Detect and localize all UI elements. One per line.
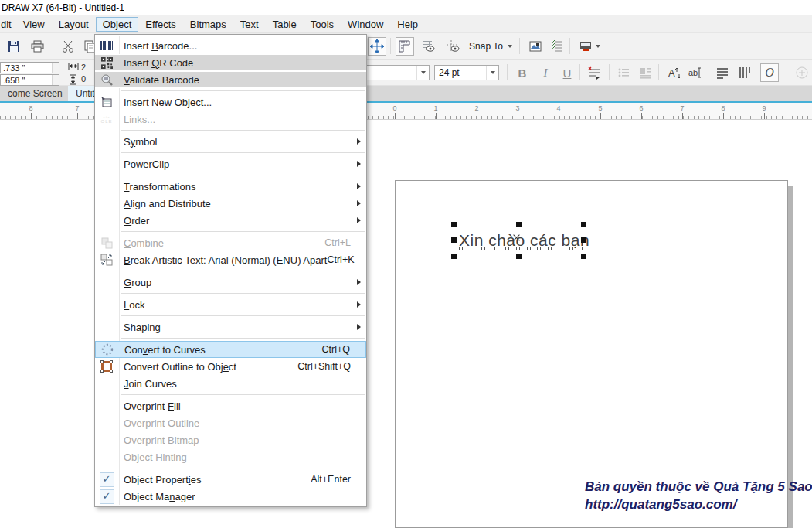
character-node[interactable]: [569, 247, 573, 250]
cut-button[interactable]: [59, 37, 77, 56]
horizontal-text-button[interactable]: [713, 63, 732, 82]
menu-separator: [121, 293, 365, 294]
application-launcher-button[interactable]: [576, 37, 595, 56]
font-size-combo[interactable]: 24 pt: [434, 65, 499, 80]
selection-handle[interactable]: [451, 254, 457, 259]
submenu-arrow-icon: [357, 161, 361, 167]
italic-button[interactable]: I: [536, 63, 555, 82]
guidelines-toggle-button[interactable]: [443, 37, 462, 56]
menu-item-transformations[interactable]: Transformations: [95, 178, 366, 195]
application-launcher-arrow[interactable]: [593, 37, 603, 56]
menu-item-symbol[interactable]: Symbol: [95, 133, 366, 150]
menubar-item-window[interactable]: Window: [341, 17, 390, 32]
selection-center-marker[interactable]: [513, 234, 520, 241]
tab-label: come Screen: [8, 88, 63, 99]
opentype-button[interactable]: O: [760, 63, 779, 82]
ruler-label: 8: [721, 104, 725, 112]
selection-handle[interactable]: [581, 222, 586, 227]
menubar-item-text[interactable]: Text: [233, 17, 266, 32]
spinner[interactable]: [52, 75, 59, 85]
menu-item-insert-barcode[interactable]: Insert Barcode...: [95, 37, 366, 54]
submenu-arrow-icon: [357, 183, 361, 189]
menubar-item-object[interactable]: Object: [96, 17, 139, 32]
spinner[interactable]: [52, 63, 59, 73]
selection-handle[interactable]: [516, 222, 522, 227]
tab-welcome-screen[interactable]: come Screen: [0, 86, 70, 101]
character-node[interactable]: [579, 247, 583, 250]
menu-item-overprint-bitmap: Overprint Bitmap: [95, 431, 366, 448]
selection-handle[interactable]: [451, 237, 457, 243]
character-node[interactable]: [471, 247, 474, 250]
menubar-item-view[interactable]: View: [16, 17, 52, 32]
ruler-label: 9: [762, 104, 766, 112]
text-alignment-dropdown[interactable]: [585, 63, 603, 82]
edit-text-button[interactable]: ab: [686, 63, 705, 82]
menubar-item-dit[interactable]: dit: [0, 17, 16, 32]
menu-item-label: Insert Barcode...: [124, 40, 197, 52]
watermark-line2: http://quatang5sao.com/: [585, 497, 736, 513]
ruler-label: 5: [598, 104, 602, 112]
menubar-item-bitmaps[interactable]: Bitmaps: [183, 17, 233, 32]
selection-handle[interactable]: [581, 237, 586, 243]
character-node[interactable]: [527, 247, 531, 250]
selection-handle[interactable]: [516, 254, 522, 259]
bulleted-list-button[interactable]: [614, 63, 633, 82]
menubar-item-effects[interactable]: Effects: [138, 17, 183, 32]
menu-separator: [121, 271, 365, 271]
qr-icon: [95, 57, 118, 69]
menu-item-join-curves[interactable]: Join Curves: [95, 375, 366, 392]
menu-item-powerclip[interactable]: PowerClip: [95, 155, 366, 172]
menubar-item-help[interactable]: Help: [390, 17, 425, 32]
vertical-text-button[interactable]: [735, 63, 753, 82]
menu-item-insert-qr-code[interactable]: Insert QR Code: [95, 54, 366, 71]
menubar-item-tools[interactable]: Tools: [304, 17, 341, 32]
selection-handle[interactable]: [451, 222, 457, 227]
checkmark-icon: ✓: [95, 472, 118, 487]
character-node[interactable]: [559, 247, 562, 250]
menu-item-object-properties[interactable]: ✓Object PropertiesAlt+Enter: [95, 471, 366, 488]
menu-item-validate-barcode[interactable]: Validate Barcode: [95, 71, 366, 88]
selection-handle[interactable]: [581, 254, 586, 259]
grid-toggle-button[interactable]: [419, 37, 437, 56]
character-node[interactable]: [516, 247, 520, 250]
submenu-arrow-icon: [357, 138, 361, 145]
character-node[interactable]: [537, 247, 541, 250]
underline-button[interactable]: U: [558, 63, 576, 82]
menu-bar: ditViewLayoutObjectEffectsBitmapsTextTab…: [0, 15, 812, 33]
options-button[interactable]: [548, 37, 566, 56]
rulers-toggle-button[interactable]: [396, 37, 414, 56]
menu-item-break-artistic-text-arial-normal-enu-apart[interactable]: Break Artistic Text: Arial (Normal) (ENU…: [95, 251, 366, 268]
character-node[interactable]: [494, 247, 498, 250]
menubar-item-table[interactable]: Table: [266, 17, 304, 32]
menubar-item-layout[interactable]: Layout: [52, 17, 96, 32]
character-node[interactable]: [548, 247, 552, 250]
font-family-combo[interactable]: [362, 65, 430, 80]
character-node[interactable]: [459, 247, 463, 250]
menu-item-object-manager[interactable]: ✓Object Manager: [95, 488, 366, 505]
menu-item-lock[interactable]: Lock: [95, 296, 366, 313]
drop-cap-button[interactable]: [636, 63, 654, 82]
pos-y-field[interactable]: .658 ": [0, 74, 59, 86]
export-button[interactable]: [526, 37, 545, 56]
menu-item-insert-new-object[interactable]: Insert New Object...: [95, 94, 366, 111]
pan-tool-button[interactable]: [368, 37, 386, 56]
menu-item-label: Object Manager: [124, 491, 195, 502]
print-button[interactable]: [28, 37, 46, 56]
pos-x-field[interactable]: .733 ": [0, 62, 59, 73]
menu-item-links: -◦-OLELinks...: [95, 111, 366, 128]
menu-item-label: Order: [124, 215, 149, 227]
menu-item-order[interactable]: Order: [95, 212, 366, 229]
menu-item-shaping[interactable]: Shaping: [95, 319, 366, 336]
menu-item-convert-to-curves[interactable]: Convert to CurvesCtrl+Q: [95, 341, 366, 358]
menu-item-group[interactable]: Group: [95, 274, 366, 291]
menu-item-overprint-fill[interactable]: Overprint Fill: [95, 397, 366, 414]
save-button[interactable]: [5, 37, 23, 56]
menu-item-convert-outline-to-object[interactable]: Convert Outline to ObjectCtrl+Shift+Q: [95, 358, 366, 375]
bold-button[interactable]: B: [513, 63, 532, 82]
character-node[interactable]: [481, 247, 485, 250]
ruler-major-tick: [518, 113, 518, 119]
character-formatting-button[interactable]: A: [664, 63, 683, 82]
menu-item-align-and-distribute[interactable]: Align and Distribute: [95, 195, 366, 212]
snap-to-dropdown[interactable]: Snap To: [468, 37, 513, 56]
character-node[interactable]: [505, 247, 509, 250]
